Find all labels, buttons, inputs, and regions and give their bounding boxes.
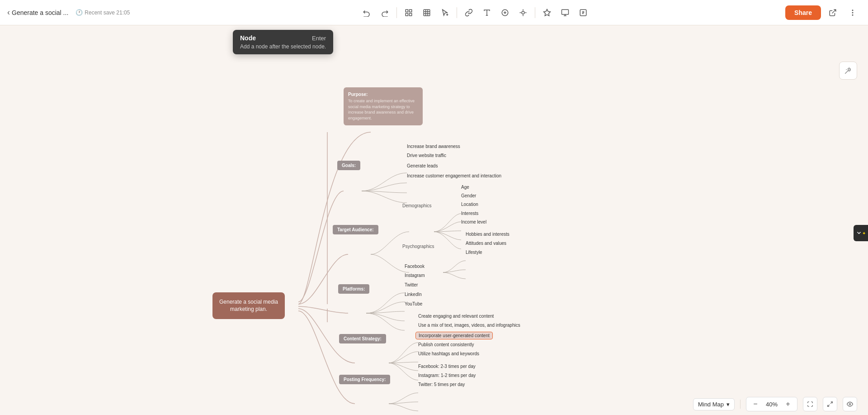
bottombar-divider	[740, 400, 741, 409]
purpose-label: Purpose:	[348, 92, 418, 97]
root-node-label: Generate a social mediamarketing plan.	[219, 299, 278, 313]
psycho-hobbies: Hobbies and interests	[466, 232, 509, 237]
present-button[interactable]	[557, 5, 573, 21]
topbar: ‹ Generate a social ... 🕐 Recent save 21…	[0, 0, 868, 25]
tooltip-description: Add a node after the selected node.	[240, 43, 326, 50]
toolbar-divider-2	[457, 7, 457, 18]
back-button[interactable]: ‹ Generate a social ...	[7, 8, 68, 17]
svg-marker-21	[543, 9, 550, 15]
goals-item-4: Increase customer engagement and interac…	[407, 173, 501, 178]
svg-point-27	[852, 10, 853, 11]
share-button[interactable]: Share	[785, 5, 821, 20]
toolbar-divider-3	[535, 7, 535, 18]
demo-income: Income level	[461, 219, 486, 224]
canvas[interactable]: Generate a social mediamarketing plan. P…	[0, 25, 868, 415]
pf-item-2: Instagram: 1-2 times per day	[418, 373, 476, 378]
cs-item-1: Create engaging and relevant content	[418, 314, 494, 319]
zoom-level: 40%	[764, 401, 780, 408]
psycho-lifestyle: Lifestyle	[466, 250, 482, 255]
target-audience-node[interactable]: Target Audience:	[333, 225, 378, 234]
demo-gender: Gender	[461, 193, 476, 198]
cs-item-3-selected[interactable]: Incorporate user-generated content	[416, 332, 492, 339]
doc-title: Generate a social ...	[12, 9, 68, 16]
redo-button[interactable]	[377, 5, 393, 21]
content-strategy-label: Content Strategy:	[344, 336, 382, 341]
fit-screen-button[interactable]	[803, 397, 817, 411]
target-audience-label: Target Audience:	[337, 227, 374, 232]
tooltip-shortcut: Enter	[312, 35, 326, 42]
demo-age: Age	[461, 185, 469, 190]
goals-item-3: Generate leads	[407, 163, 438, 168]
psychographics-node[interactable]: Psychographics	[402, 244, 434, 249]
undo-button[interactable]	[359, 5, 375, 21]
root-node[interactable]: Generate a social mediamarketing plan.	[212, 292, 285, 319]
tooltip-header: Node Enter	[240, 34, 326, 42]
add-button[interactable]	[497, 5, 513, 21]
svg-line-26	[832, 10, 836, 13]
platform-youtube: YouTube	[405, 301, 422, 306]
purpose-text: To create and implement an effective soc…	[348, 98, 418, 121]
platforms-node[interactable]: Platforms:	[338, 284, 369, 294]
goals-node[interactable]: Goals:	[337, 161, 360, 170]
platform-linkedin: LinkedIn	[405, 292, 422, 297]
preview-button[interactable]	[843, 397, 857, 411]
node-tooltip: Node Enter Add a node after the selected…	[233, 30, 333, 54]
magic-button[interactable]	[539, 5, 555, 21]
cs-item-5: Utilize hashtags and keywords	[418, 351, 479, 356]
purpose-node[interactable]: Purpose: To create and implement an effe…	[344, 87, 423, 125]
demo-location: Location	[461, 202, 478, 207]
pf-item-3: Twitter: 5 times per day	[418, 382, 465, 387]
back-arrow-icon: ‹	[7, 8, 10, 17]
platform-facebook: Facebook	[405, 264, 425, 269]
platforms-label: Platforms:	[343, 286, 365, 291]
connector-button[interactable]	[461, 5, 477, 21]
map-type-selector[interactable]: Mind Map ▾	[693, 398, 735, 410]
zoom-controls: − 40% +	[746, 397, 797, 411]
platform-twitter: Twitter	[405, 282, 418, 287]
goals-item-2: Drive website traffic	[407, 153, 446, 158]
svg-line-33	[828, 405, 830, 406]
posting-frequency-node[interactable]: Posting Frequency:	[339, 375, 390, 384]
svg-point-29	[852, 14, 853, 15]
frame-button[interactable]	[419, 5, 435, 21]
fullscreen-button[interactable]	[823, 397, 837, 411]
shapes-button[interactable]	[515, 5, 531, 21]
toolbar-divider-1	[396, 7, 397, 18]
mindmap-connectors	[0, 51, 868, 415]
ai-button[interactable]	[575, 5, 591, 21]
svg-rect-22	[561, 10, 568, 14]
svg-point-16	[522, 11, 524, 14]
map-type-chevron-icon: ▾	[726, 401, 730, 408]
svg-rect-2	[406, 13, 408, 15]
goals-label: Goals:	[342, 163, 356, 168]
save-indicator: 🕐 Recent save 21:05	[75, 9, 130, 16]
svg-point-34	[849, 403, 851, 405]
cursor-plus-button[interactable]	[437, 5, 453, 21]
toolbar	[179, 5, 770, 21]
content-strategy-node[interactable]: Content Strategy:	[339, 334, 386, 343]
canvas-magic-button[interactable]	[839, 62, 857, 80]
topbar-left: ‹ Generate a social ... 🕐 Recent save 21…	[7, 8, 179, 17]
platform-instagram: Instagram	[405, 273, 425, 278]
pf-item-1: Facebook: 2-3 times per day	[418, 364, 476, 369]
svg-rect-1	[409, 10, 411, 12]
svg-line-32	[830, 402, 832, 404]
demo-interests: Interests	[461, 211, 478, 216]
svg-rect-0	[406, 10, 408, 12]
bottombar: Mind Map ▾ − 40% +	[0, 393, 868, 415]
tooltip-title: Node	[240, 34, 256, 42]
demographics-node[interactable]: Demographics	[402, 203, 431, 208]
cs-item-2: Use a mix of text, images, videos, and i…	[418, 323, 520, 328]
right-panel-toggle[interactable]: ✦	[854, 225, 868, 241]
more-options-button[interactable]	[844, 5, 861, 21]
save-label: Recent save 21:05	[85, 10, 130, 16]
svg-point-30	[848, 69, 850, 71]
external-link-button[interactable]	[825, 5, 841, 21]
select-all-button[interactable]	[401, 5, 417, 21]
posting-frequency-label: Posting Frequency:	[344, 377, 386, 382]
text-button[interactable]	[479, 5, 495, 21]
goals-item-1: Increase brand awareness	[407, 144, 460, 149]
clock-icon: 🕐	[75, 9, 83, 16]
zoom-out-button[interactable]: −	[751, 400, 760, 409]
zoom-in-button[interactable]: +	[783, 400, 793, 409]
